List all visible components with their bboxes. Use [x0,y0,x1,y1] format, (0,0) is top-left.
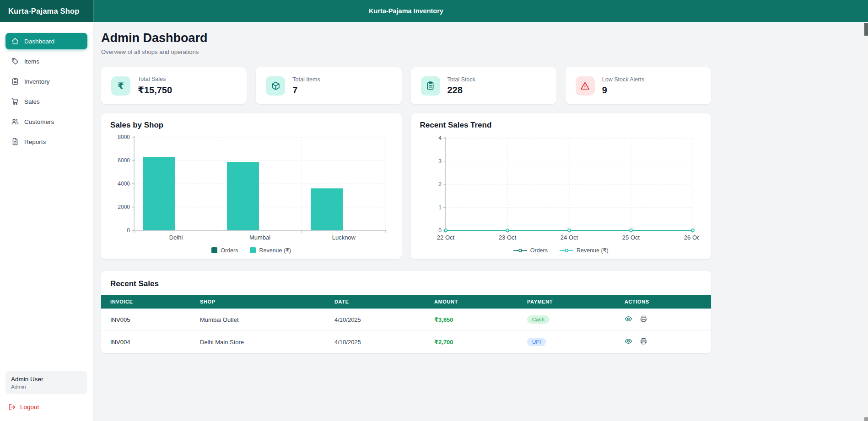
view-sale-button[interactable] [625,337,632,346]
line-chart: 0123422 Oct23 Oct24 Oct25 Oct26 Oct [420,133,702,246]
stat-card-total-stock: Total Stock228 [411,67,556,104]
svg-text:22 Oct: 22 Oct [437,234,454,241]
page-title: Admin Dashboard [101,31,711,45]
table-body: INV005Mumbai Outlet4/10/2025₹3,650CashIN… [101,309,711,353]
content: Admin Dashboard Overview of all shops an… [93,22,868,421]
clipboard-icon [11,77,19,85]
stat-value: ₹15,750 [138,85,172,96]
stat-value: 228 [447,85,475,96]
alert-icon [576,76,595,96]
stat-label: Low Stock Alerts [602,76,644,83]
line-chart-legend: OrdersRevenue (₹) [420,247,702,254]
legend-line-marker [513,248,527,253]
cell-invoice: INV004 [101,331,191,353]
line-chart-title: Recent Sales Trend [420,121,702,130]
payment-badge: UPI [527,338,546,346]
stat-label: Total Sales [138,76,172,82]
stat-card-total-items: Total Items7 [256,67,401,104]
svg-text:Delhi: Delhi [169,234,183,241]
sidebar-item-customers[interactable]: Customers [5,113,87,130]
app-brand: Kurta-Pajama Shop [0,0,93,22]
sidebar-item-sales[interactable]: Sales [5,93,87,110]
recent-sales-card: Recent Sales INVOICESHOPDATEAMOUNTPAYMEN… [101,271,711,353]
column-header-date: DATE [325,295,425,309]
scrollbar-thumb[interactable] [864,23,868,36]
stat-label: Total Items [292,76,320,83]
svg-text:3: 3 [438,158,442,165]
cell-actions [615,331,711,353]
svg-text:2000: 2000 [118,204,130,210]
cell-amount: ₹2,700 [425,331,518,353]
payment-badge: Cash [527,315,550,324]
printer-icon [640,337,647,346]
print-sale-button[interactable] [640,315,647,324]
svg-text:Mumbai: Mumbai [249,234,270,241]
svg-text:4: 4 [438,135,442,141]
charts-row: Sales by Shop 02000400060008000DelhiMumb… [101,113,711,259]
sidebar-item-inventory[interactable]: Inventory [5,73,87,90]
vertical-scrollbar[interactable] [864,22,868,421]
legend-item-revenue[interactable]: Revenue (₹) [250,247,291,254]
cell-date: 4/10/2025 [325,309,425,331]
logout-label: Logout [20,404,39,410]
cell-amount: ₹3,650 [425,309,518,331]
cell-actions [615,309,711,331]
file-icon [11,138,19,146]
sidebar-item-label: Inventory [24,78,50,85]
bar-chart-title: Sales by Shop [110,121,393,130]
cell-shop: Delhi Main Store [191,331,325,353]
sidebar-item-dashboard[interactable]: Dashboard [5,33,87,49]
column-header-amount: AMOUNT [425,295,518,309]
content-container: Admin Dashboard Overview of all shops an… [101,31,711,353]
recent-sales-table: INVOICESHOPDATEAMOUNTPAYMENTACTIONS INV0… [101,295,711,353]
user-name: Admin User [11,376,82,383]
svg-text:2: 2 [438,181,442,187]
users-icon [11,117,19,126]
sidebar-item-reports[interactable]: Reports [5,133,87,150]
sales-trend-card: Recent Sales Trend 0123422 Oct23 Oct24 O… [411,113,712,259]
legend-item-orders[interactable]: Orders [513,247,548,254]
user-role: Admin [11,384,82,389]
sidebar-item-items[interactable]: Items [5,53,87,69]
svg-text:0: 0 [127,227,130,234]
rupee-icon: ₹ [111,76,130,96]
cell-shop: Mumbai Outlet [191,309,325,331]
cell-payment: Cash [518,309,615,331]
sale-row-inv004: INV004Delhi Main Store4/10/2025₹2,700UPI [101,331,711,353]
svg-text:6000: 6000 [118,157,130,164]
print-sale-button[interactable] [640,337,647,346]
svg-text:1: 1 [438,204,442,211]
tag-icon [11,57,19,65]
column-header-actions: ACTIONS [615,295,711,309]
stat-value: 9 [602,85,644,96]
logout-button[interactable]: Logout [5,401,42,413]
package-icon [266,76,285,96]
svg-text:4000: 4000 [118,181,130,187]
stat-value: 7 [292,85,320,96]
stat-card-low-stock-alerts: Low Stock Alerts9 [566,67,711,104]
legend-swatch [250,247,256,253]
logout-icon [8,403,16,411]
legend-label: Revenue (₹) [577,247,609,254]
legend-item-orders[interactable]: Orders [211,247,238,254]
svg-text:8000: 8000 [118,134,130,140]
eye-icon [625,315,632,324]
top-header: Kurta-Pajama Inventory [93,0,868,22]
svg-text:23 Oct: 23 Oct [498,234,516,241]
header-title: Kurta-Pajama Inventory [369,7,443,15]
cell-invoice: INV005 [101,309,191,331]
svg-text:26 Oct: 26 Oct [684,234,699,241]
legend-swatch [211,247,217,253]
recent-sales-title: Recent Sales [101,279,711,295]
legend-line-marker [560,248,573,253]
user-profile-card: Admin User Admin [5,371,87,394]
scrollbar-corner [864,417,868,421]
sidebar-nav: DashboardItemsInventorySalesCustomersRep… [0,22,93,367]
view-sale-button[interactable] [625,315,632,324]
legend-item-revenue[interactable]: Revenue (₹) [560,247,609,254]
bar-chart-legend: OrdersRevenue (₹) [110,247,393,254]
bar-chart: 02000400060008000DelhiMumbaiLucknow [110,133,393,246]
sidebar-item-label: Items [24,58,39,65]
column-header-payment: PAYMENT [518,295,615,309]
svg-text:0: 0 [438,227,442,234]
